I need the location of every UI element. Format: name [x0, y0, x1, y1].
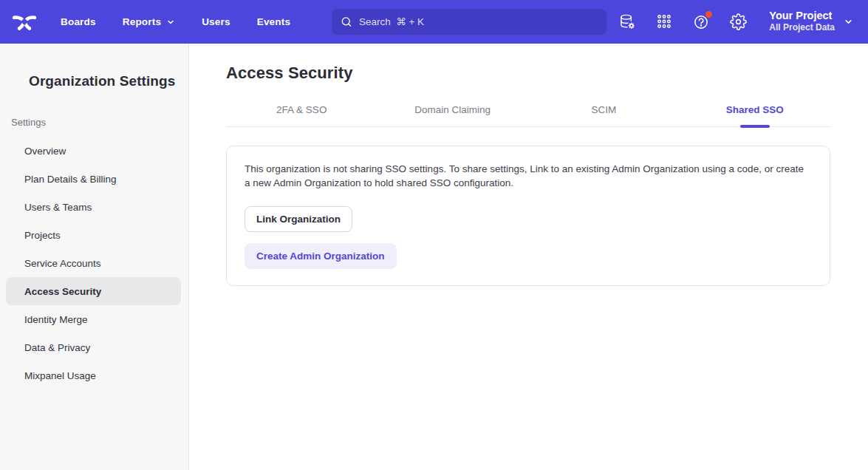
nav-item-reports[interactable]: Reports — [123, 16, 175, 27]
sidebar-item-identity-merge[interactable]: Identity Merge — [6, 305, 181, 333]
project-scope: All Project Data — [769, 22, 835, 34]
data-management-icon[interactable] — [618, 13, 636, 30]
nav-item-users[interactable]: Users — [202, 16, 230, 27]
chevron-down-icon — [166, 18, 175, 27]
nav-item-label: Events — [257, 16, 290, 27]
search-input[interactable] — [359, 16, 598, 27]
shared-sso-description: This organization is not sharing SSO set… — [245, 162, 807, 190]
apps-grid-icon[interactable] — [655, 13, 673, 30]
notification-badge — [705, 11, 712, 18]
nav-item-boards[interactable]: Boards — [61, 16, 96, 27]
main-content: Access Security 2FA & SSO Domain Claimin… — [189, 44, 868, 470]
sidebar-list: Overview Plan Details & Billing Users & … — [0, 137, 188, 389]
tab-2fa-sso[interactable]: 2FA & SSO — [226, 104, 377, 126]
sidebar-item-service-accounts[interactable]: Service Accounts — [6, 249, 181, 277]
nav-item-events[interactable]: Events — [257, 16, 290, 27]
nav-item-label: Boards — [61, 16, 96, 27]
tab-scim[interactable]: SCIM — [528, 104, 680, 126]
project-name: Your Project — [769, 10, 835, 22]
tab-domain-claiming[interactable]: Domain Claiming — [377, 104, 529, 126]
sidebar-title: Organization Settings — [0, 73, 188, 89]
sidebar-item-overview[interactable]: Overview — [6, 137, 181, 165]
shared-sso-card: This organization is not sharing SSO set… — [226, 146, 830, 286]
sidebar-item-mixpanel-usage[interactable]: Mixpanel Usage — [6, 361, 181, 389]
tab-bar: 2FA & SSO Domain Claiming SCIM Shared SS… — [226, 104, 830, 127]
create-admin-organization-button[interactable]: Create Admin Organization — [245, 243, 397, 269]
page-title: Access Security — [226, 64, 830, 83]
top-navbar: Boards Reports Users Events — [0, 0, 868, 44]
navbar-right-icons: Your Project All Project Data — [618, 10, 853, 34]
link-organization-button[interactable]: Link Organization — [245, 206, 352, 232]
nav-links: Boards Reports Users Events — [61, 16, 290, 27]
sidebar-item-data-privacy[interactable]: Data & Privacy — [6, 333, 181, 361]
help-icon[interactable] — [692, 13, 710, 30]
tab-shared-sso[interactable]: Shared SSO — [680, 104, 831, 126]
sidebar-item-projects[interactable]: Projects — [6, 221, 181, 249]
settings-gear-icon[interactable] — [729, 13, 747, 30]
search-bar[interactable] — [332, 9, 606, 35]
sidebar-item-users-teams[interactable]: Users & Teams — [6, 193, 181, 221]
mixpanel-logo[interactable] — [12, 13, 37, 32]
nav-item-label: Users — [202, 16, 230, 27]
search-icon — [341, 16, 352, 28]
sidebar-item-access-security[interactable]: Access Security — [6, 277, 181, 305]
sidebar-item-plan-details-billing[interactable]: Plan Details & Billing — [6, 165, 181, 193]
sidebar-section-label: Settings — [0, 117, 188, 128]
nav-item-label: Reports — [123, 16, 161, 27]
project-switcher[interactable]: Your Project All Project Data — [769, 10, 853, 34]
settings-sidebar: Organization Settings Settings Overview … — [0, 44, 189, 470]
chevron-down-icon — [844, 17, 853, 27]
